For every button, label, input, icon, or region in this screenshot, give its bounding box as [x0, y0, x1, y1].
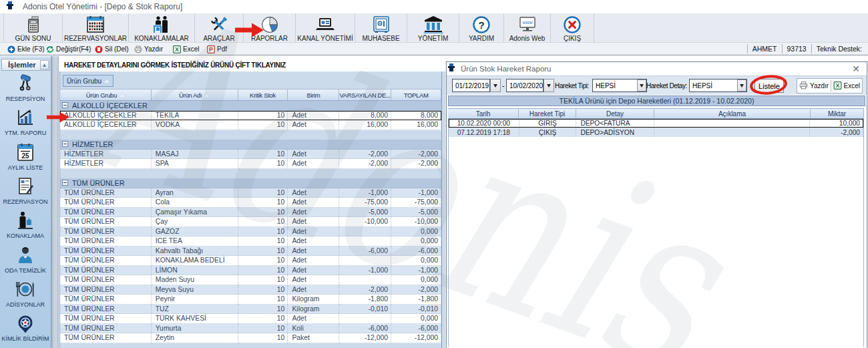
- table-row-t-rk-kahvesi-[interactable]: TÜM ÜRÜNLERTÜRK KAHVESİ10Adet0,000: [60, 314, 441, 324]
- hareket-detay-dropdown[interactable]: [737, 79, 746, 92]
- toolbar-button-g-n-sonu[interactable]: GÜN SONU: [3, 13, 63, 42]
- toolbar-button-adonis-web[interactable]: wwwAdonis Web: [504, 13, 551, 42]
- table-row-gazoz[interactable]: TÜM ÜRÜNLERGAZOZ10Adet0,000: [60, 227, 441, 237]
- report-titlebar[interactable]: Ürün Stok Hareket Raporu ✕: [447, 62, 867, 75]
- toolbar-button-konaklamalar[interactable]: KONAKLAMALAR: [129, 13, 195, 42]
- table-row--ay[interactable]: TÜM ÜRÜNLERÇay10Adet-10,000-10,000: [60, 217, 441, 227]
- table-row-tuz[interactable]: TÜM ÜRÜNLERTUZ10Kilogram-0,010-0,010: [60, 305, 441, 315]
- report-column-header-1[interactable]: Tarih: [448, 109, 519, 118]
- column-header-2[interactable]: Ürün Adı: [152, 90, 238, 100]
- report-grid: TarihHareket TipiDetayAçıklamaMiktar 10.…: [448, 108, 864, 347]
- toolbar-button-rezervasyonlar[interactable]: REZERVASYONLAR: [63, 13, 129, 42]
- plate-icon: [0, 279, 51, 299]
- action-sil-del-[interactable]: Sil (Del): [95, 43, 129, 55]
- statusbar-right: AHMET 93713 Teknik Destek:: [747, 43, 867, 55]
- table-row-vodka[interactable]: ALKOLLÜ İÇECEKLERVODKA10Adet16,00016,000: [60, 120, 441, 130]
- report-row-1[interactable]: 10.02.2020 00:00GİRİŞDEPO<FATURA10,000: [449, 119, 863, 128]
- table-row-yumurta[interactable]: TÜM ÜRÜNLERYumurta10Koli-6,000-6,000: [60, 324, 441, 334]
- table-row-konaklama-bedeli-[interactable]: TÜM ÜRÜNLERKONAKLAMA BEDELİ10Adet0,000: [60, 256, 441, 266]
- excel-button[interactable]: XExcel: [831, 79, 862, 93]
- cell: Meyva Suyu: [152, 285, 238, 295]
- group-by-chip[interactable]: Ürün Grubu: [63, 75, 114, 87]
- cell: -10,000: [339, 217, 391, 227]
- yazdir-button[interactable]: Yazdır: [797, 79, 831, 93]
- report-title: Ürün Stok Hareket Raporu: [461, 65, 552, 73]
- action-yazd-r[interactable]: Yazdır: [134, 43, 163, 55]
- column-header-6[interactable]: TOPLAM: [391, 90, 441, 100]
- collapse-icon[interactable]: [62, 102, 68, 108]
- collapse-icon[interactable]: [62, 141, 68, 147]
- cell: 10: [238, 266, 288, 276]
- cell: Maden Suyu: [152, 275, 238, 285]
- sidebar-item-oda-temi-zli-k[interactable]: ODA TEMİZLİK: [0, 245, 51, 274]
- table-row-spa[interactable]: HİZMETLERSPA10Adet-2,000-2,000: [60, 159, 441, 169]
- toolbar-button-yardim[interactable]: ?YARDIM: [459, 13, 504, 42]
- table-row-peynir[interactable]: TÜM ÜRÜNLERPeynir10Kilogram-1,800-1,800: [60, 295, 441, 305]
- table-row-zeytin[interactable]: TÜM ÜRÜNLERZeytin10Paket-12,000-12,000: [60, 333, 441, 343]
- toolbar-button-raporlar[interactable]: RAPORLAR: [244, 13, 296, 42]
- column-header-4[interactable]: Birim: [288, 90, 339, 100]
- column-header-3[interactable]: Kritik Stok: [238, 90, 288, 100]
- table-row-ice-tea[interactable]: TÜM ÜRÜNLERICE TEA10Adet0,000: [60, 236, 441, 246]
- hareket-tipi-dropdown[interactable]: [637, 79, 646, 92]
- group-row-hi-zmetler[interactable]: HİZMETLER: [60, 140, 441, 150]
- close-icon[interactable]: ✕: [851, 63, 861, 74]
- cell: -1,000: [391, 188, 441, 198]
- cell: Adet: [288, 246, 339, 256]
- toolbar-button--iki-[interactable]: ÇIKIŞ: [551, 13, 594, 42]
- toolbar-button-kanal-y-neti-mi-[interactable]: KANAL YÖNETİMİ: [296, 13, 355, 42]
- table-row-cola[interactable]: TÜM ÜRÜNLERCola10Adet-75,000-75,000: [60, 198, 441, 208]
- action-de-i-tir-f4-[interactable]: Değiştir(F4): [46, 43, 91, 55]
- sidebar-splitter[interactable]: [51, 56, 59, 348]
- table-row-li-mon[interactable]: TÜM ÜRÜNLERLİMON10Adet-1,000-1,000: [60, 266, 441, 276]
- cell: -10,000: [391, 217, 441, 227]
- report-row-2[interactable]: 07.12.2019 17:18ÇIKIŞDEPO>ADİSYON-2,000: [449, 128, 863, 136]
- table-row-kahvalt-taba-[interactable]: TÜM ÜRÜNLERKahvaltı Tabağı10Adet-6,000-6…: [60, 246, 441, 256]
- listele-button[interactable]: Listele: [754, 79, 784, 93]
- toolbar-button-y-neti-m[interactable]: YÖNETİM: [407, 13, 459, 42]
- sidebar-item-konaklama[interactable]: KONAKLAMA: [0, 210, 51, 239]
- report-column-header-5[interactable]: Miktar: [811, 109, 864, 118]
- sidebar-item-rezervasyon[interactable]: REZERVASYON: [0, 176, 51, 205]
- sidebar-item-aylik-li-ste[interactable]: 25AYLIK LİSTE: [0, 142, 51, 171]
- toolbar-button-muhasebe[interactable]: MUHASEBE: [355, 13, 407, 42]
- report-column-header-2[interactable]: Hareket Tipi: [519, 109, 576, 118]
- toolbar-button-label: KANAL YÖNETİMİ: [297, 35, 353, 42]
- cell: 0,000: [391, 256, 441, 266]
- report-column-header-4[interactable]: Açıklama: [654, 109, 811, 118]
- group-name: TÜM ÜRÜNLER: [72, 179, 125, 187]
- cell: 16,000: [391, 120, 441, 130]
- sidebar-item-label: KİMLİK BİLDİRİM: [0, 335, 51, 342]
- date-to-input[interactable]: 10/02/2020: [506, 79, 544, 92]
- date-from-dropdown[interactable]: [490, 79, 501, 92]
- action-pdf[interactable]: PPdf: [207, 43, 227, 55]
- column-header-5[interactable]: VARSAYILAN DE...: [339, 90, 391, 100]
- svg-text:25: 25: [21, 152, 29, 160]
- sidebar-item-adi-syonlar[interactable]: ADİSYONLAR: [0, 279, 51, 308]
- group-row-alkoll-i-ecekler[interactable]: ALKOLLÜ İÇECEKLER: [60, 101, 441, 111]
- toolbar-button-ara-lar[interactable]: ARAÇLAR: [195, 13, 244, 42]
- column-header-label: VARSAYILAN DE...: [339, 92, 390, 99]
- cell: GİRİŞ: [519, 119, 577, 128]
- sidebar-item-ytm-raporu[interactable]: YTM. RAPORU: [0, 108, 51, 136]
- date-from-input[interactable]: 01/12/2019: [452, 79, 490, 92]
- sidebar-collapse-button[interactable]: ▲: [40, 60, 49, 69]
- action-label: Yazdır: [144, 45, 163, 53]
- collapse-icon[interactable]: [62, 180, 68, 186]
- report-column-header-3[interactable]: Detay: [576, 109, 654, 118]
- table-row--ama-r-y-kama[interactable]: TÜM ÜRÜNLERÇamaşır Yıkama10Adet-5,000-5,…: [60, 208, 441, 218]
- report-info-bar: TEKİLA Ürünü için Depo Hareketleri (01.1…: [448, 96, 865, 106]
- group-row-t-m-r-nler[interactable]: TÜM ÜRÜNLER: [60, 178, 441, 188]
- sidebar-item-resepsi-yon[interactable]: RESEPSİYON: [0, 73, 51, 102]
- action-excel[interactable]: XExcel: [173, 43, 199, 55]
- table-row-teki-la[interactable]: ALKOLLÜ İÇECEKLERTEKİLA10Adet8,0008,000: [60, 111, 441, 121]
- window-title: Adonis Otel Yönetimi - [Depo & Stok Rapo…: [23, 2, 182, 11]
- sidebar-item-ki-mli-k-bi-ldi-ri-m[interactable]: KİMLİK BİLDİRİM: [0, 313, 51, 342]
- table-row-meyva-suyu[interactable]: TÜM ÜRÜNLERMeyva Suyu10Adet-2,000-2,000: [60, 285, 441, 295]
- action-ekle-f3-[interactable]: Ekle (F3): [7, 43, 45, 55]
- table-row-maden-suyu[interactable]: TÜM ÜRÜNLERMaden Suyu10Adet0,000: [60, 275, 441, 285]
- date-to-dropdown[interactable]: [544, 79, 554, 92]
- column-header-1[interactable]: Ürün Grubu: [60, 90, 152, 100]
- table-row-ayran[interactable]: TÜM ÜRÜNLERAyran10Adet-1,000-1,000: [60, 188, 441, 198]
- table-row-masaj[interactable]: HİZMETLERMASAJ10Adet-2,000-2,000: [60, 150, 441, 160]
